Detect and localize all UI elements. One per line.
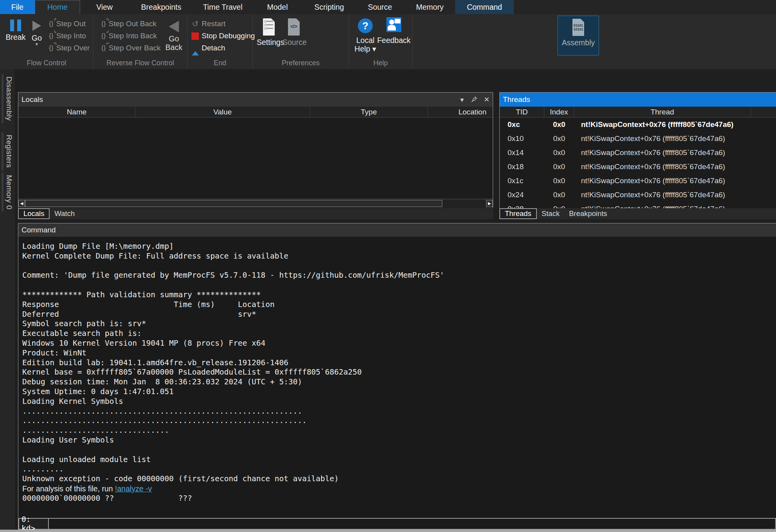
scrollbar-thumb[interactable] — [25, 200, 442, 207]
step-over-button[interactable]: {}↷ Step Over — [46, 43, 90, 53]
console-line: Symbol search path is: srv* — [22, 319, 776, 329]
column-header-empty — [751, 107, 776, 117]
feedback-icon — [386, 17, 401, 32]
analyze-link[interactable]: !analyze -v — [115, 484, 152, 493]
thread-row[interactable]: 0x240x0nt!KiSwapContext+0x76 (fffff805`6… — [500, 188, 776, 202]
thread-row[interactable]: 0x140x0nt!KiSwapContext+0x76 (fffff805`6… — [500, 146, 776, 160]
ribbon: Break Go ▼ {}↱ Step Out {}↳ Step Into {}… — [0, 14, 776, 69]
sidebar-item-registers[interactable]: Registers — [2, 132, 13, 170]
settings-button[interactable]: Settings — [257, 18, 281, 46]
tab-model[interactable]: Model — [252, 0, 303, 14]
tab-breakpoints[interactable]: Breakpoints — [564, 208, 612, 219]
locals-title-bar[interactable]: Locals ▼ ✕ — [18, 93, 493, 107]
tab-watch[interactable]: Watch — [50, 208, 79, 219]
console-line: Edition build lab: 19041.1.amd64fre.vb_r… — [22, 358, 776, 368]
thread-row[interactable]: 0x100x0nt!KiSwapContext+0x76 (fffff805`6… — [500, 132, 776, 146]
restart-button[interactable]: ↺ Restart — [191, 19, 225, 29]
break-button[interactable]: Break — [3, 20, 28, 41]
windbg-window: File Home View Breakpoints Time Travel M… — [0, 0, 776, 532]
step-into-back-button[interactable]: {}↲ Step Into Back — [98, 31, 157, 41]
step-out-back-button[interactable]: {}↰ Step Out Back — [98, 19, 157, 29]
assembly-button[interactable]: 0110110101 Assembly — [558, 16, 599, 55]
go-button[interactable]: Go ▼ — [27, 21, 46, 46]
locals-horizontal-scrollbar[interactable]: ◀ ▶ — [18, 199, 493, 208]
group-flow-control: Break Go ▼ {}↱ Step Out {}↳ Step Into {}… — [0, 14, 93, 69]
column-header-value[interactable]: Value — [135, 107, 310, 117]
console-line: Product: WinNt — [22, 348, 776, 358]
group-label-flow-control: Flow Control — [0, 59, 93, 67]
console-line: ************* Path validation summary **… — [22, 290, 776, 300]
column-header-index[interactable]: Index — [544, 107, 574, 117]
step-over-back-button[interactable]: {}↶ Step Over Back — [98, 43, 161, 53]
tab-locals[interactable]: Locals — [18, 208, 50, 219]
locals-body[interactable] — [18, 118, 493, 199]
command-input[interactable] — [49, 518, 776, 530]
help-icon: ? — [358, 18, 373, 33]
thread-row[interactable]: 0x180x0nt!KiSwapContext+0x76 (fffff805`6… — [500, 160, 776, 174]
tab-memory[interactable]: Memory — [404, 0, 455, 14]
console-line: Comment: 'Dump file generated by MemProc… — [22, 271, 776, 280]
column-header-name[interactable]: Name — [18, 107, 135, 117]
console-line: ......... — [22, 464, 776, 474]
threads-title-bar[interactable]: Threads — [500, 93, 776, 107]
client-area: Disassembly Registers Memory 0 Locals ▼ … — [0, 69, 776, 532]
pin-icon[interactable] — [471, 96, 477, 104]
locals-tab-strip: Locals Watch — [18, 208, 493, 219]
console-line — [22, 445, 776, 455]
column-header-tid[interactable]: TID — [500, 107, 544, 117]
tab-command[interactable]: Command — [455, 0, 514, 14]
ribbon-tab-bar: File Home View Breakpoints Time Travel M… — [0, 0, 776, 14]
console-output[interactable]: Loading Dump File [M:\memory.dmp]Kernel … — [18, 237, 776, 518]
tab-threads[interactable]: Threads — [499, 208, 537, 219]
close-icon[interactable]: ✕ — [484, 95, 490, 104]
column-header-type[interactable]: Type — [310, 107, 428, 117]
tab-scripting[interactable]: Scripting — [303, 0, 356, 14]
step-out-button[interactable]: {}↱ Step Out — [46, 19, 86, 29]
tab-stack[interactable]: Stack — [537, 208, 564, 219]
thread-row[interactable]: 0x280x0nt!KiSwapContext+0x76 (fffff805`6… — [500, 202, 776, 209]
source-button[interactable]: </> Source — [283, 18, 305, 46]
thread-row[interactable]: 0xc0x0nt!KiSwapContext+0x76 (fffff805`67… — [500, 118, 776, 132]
threads-tab-strip: Threads Stack Breakpoints — [499, 208, 776, 219]
console-line: ................................ — [22, 426, 776, 436]
local-help-button[interactable]: ? Local Help ▾ — [352, 18, 378, 53]
console-line: Kernel Complete Dump File: Full address … — [22, 252, 776, 261]
tab-view[interactable]: View — [80, 0, 129, 14]
group-label-reverse-flow-control: Reverse Flow Control — [93, 59, 187, 67]
scroll-right-button[interactable]: ▶ — [486, 200, 493, 207]
console-line: Loading Kernel Symbols — [22, 397, 776, 407]
tab-breakpoints[interactable]: Breakpoints — [129, 0, 193, 14]
go-back-button[interactable]: Go Back — [163, 21, 185, 52]
console-line: Deferred srv* — [22, 310, 776, 320]
group-label-preferences: Preferences — [253, 59, 349, 67]
threads-panel: Threads TID Index Thread 0xc0x0nt!KiSwap… — [499, 92, 776, 208]
step-out-icon: {}↱ — [46, 20, 56, 28]
group-end: ↺ Restart Stop Debugging Detach End — [188, 14, 253, 69]
stop-icon — [191, 32, 199, 40]
left-dock-bar: Disassembly Registers Memory 0 — [0, 69, 15, 532]
column-header-location[interactable]: Location — [428, 107, 493, 117]
command-panel: Command Loading Dump File [M:\memory.dmp… — [18, 223, 776, 530]
sidebar-item-memory-0[interactable]: Memory 0 — [2, 173, 13, 212]
play-back-icon — [169, 21, 179, 32]
locals-title: Locals — [21, 95, 43, 104]
thread-row[interactable]: 0x1c0x0nt!KiSwapContext+0x76 (fffff805`6… — [500, 174, 776, 188]
column-header-thread[interactable]: Thread — [574, 107, 751, 117]
command-prompt-row: 0: kd> — [18, 518, 776, 530]
detach-button[interactable]: Detach — [191, 43, 225, 53]
tab-home[interactable]: Home — [35, 0, 80, 14]
feedback-button[interactable]: Feedback — [377, 17, 411, 45]
tab-file[interactable]: File — [0, 0, 35, 14]
tab-time-travel[interactable]: Time Travel — [193, 0, 252, 14]
locals-column-headers: Name Value Type Location — [18, 107, 493, 118]
console-line: For analysis of this file, run !analyze … — [22, 484, 776, 494]
step-into-button[interactable]: {}↳ Step Into — [46, 31, 86, 41]
console-line: Executable search path is: — [22, 329, 776, 339]
sidebar-item-disassembly[interactable]: Disassembly — [2, 74, 13, 123]
scroll-left-button[interactable]: ◀ — [18, 200, 25, 207]
chevron-down-icon[interactable]: ▼ — [459, 96, 465, 103]
command-title-bar[interactable]: Command — [18, 223, 776, 237]
tab-source[interactable]: Source — [356, 0, 404, 14]
play-icon — [32, 21, 41, 31]
stop-debugging-button[interactable]: Stop Debugging — [191, 31, 255, 41]
